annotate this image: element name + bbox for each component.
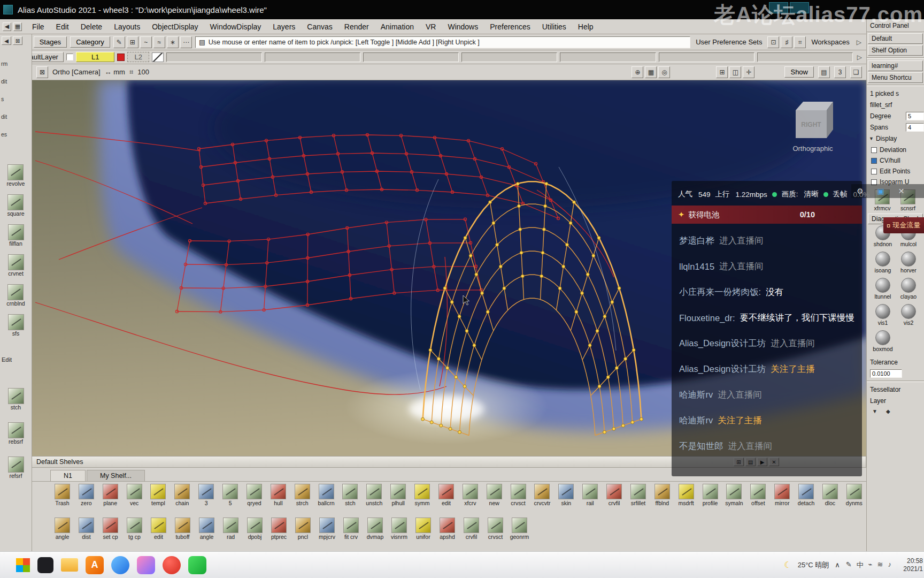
viewport-icon[interactable]: ⊞ <box>716 66 728 78</box>
menubar-icon[interactable]: ▦ <box>13 22 22 31</box>
shelf-tool[interactable]: mirror <box>770 482 794 515</box>
shelf-tool-icon[interactable] <box>151 518 166 533</box>
menu-item[interactable]: ObjectDisplay <box>146 19 204 34</box>
shelf-tool-icon[interactable] <box>271 484 286 499</box>
shelf-tool-icon[interactable] <box>103 518 118 533</box>
prompt-field[interactable]: ▤ Use mouse or enter name of item to pic… <box>195 36 690 48</box>
shelf-tool-icon[interactable] <box>79 484 94 499</box>
shelf-tool-icon[interactable] <box>271 518 287 533</box>
taskbar-app-icon[interactable] <box>188 556 206 574</box>
stages-button[interactable]: Stages <box>34 36 67 48</box>
tray-icon[interactable]: ✎ <box>846 560 852 570</box>
shelf-tool[interactable]: dvmap <box>363 515 387 549</box>
stream-overlay-controls[interactable]: ⚙ ▣ ✕ <box>851 184 924 198</box>
viewport-list-icon[interactable]: ▤ <box>818 66 830 78</box>
taskbar-app-icon[interactable]: A <box>86 556 104 574</box>
taskbar-clock[interactable]: 20:58 2021/1 <box>897 557 923 573</box>
layer-field[interactable] <box>757 52 853 62</box>
shelf-tool[interactable]: fit crv <box>339 515 363 549</box>
checkbox-icon[interactable] <box>871 169 877 174</box>
layer-label[interactable]: Layer <box>867 395 924 406</box>
diagnostic-shade-option[interactable]: horver <box>896 252 921 273</box>
chat-username[interactable]: 哈迪斯rv <box>679 389 713 401</box>
shelf-tool[interactable]: zero <box>74 482 98 515</box>
menu-item[interactable]: Edit <box>50 19 75 34</box>
shelf-tool-icon[interactable] <box>127 484 142 499</box>
toolbar-arrow-icon[interactable]: ▷ <box>855 39 863 46</box>
shade-sphere-icon[interactable] <box>875 330 890 345</box>
shelf-tool-icon[interactable] <box>487 484 502 499</box>
display-checkbox-row[interactable]: Edit Points <box>867 166 924 177</box>
shelf-tool[interactable]: crvsct <box>483 515 507 549</box>
shelf-tool-icon[interactable] <box>343 518 359 533</box>
shelf-tool-icon[interactable] <box>174 484 190 499</box>
shelf-tool[interactable]: srfillet <box>626 482 650 515</box>
viewport-icon[interactable]: ✛ <box>743 66 754 78</box>
shelf-tool[interactable]: rad <box>219 515 243 549</box>
toolbar-icon[interactable]: ≈ <box>153 36 165 48</box>
toolbox-top-icon[interactable]: ⊠ <box>13 36 22 45</box>
layer-field[interactable] <box>166 52 262 62</box>
shelf-tool-icon[interactable] <box>175 518 190 533</box>
shelf-tool-icon[interactable] <box>55 484 70 499</box>
shelf-tool-icon[interactable] <box>679 484 694 499</box>
toolbox-partial-label[interactable]: es <box>0 125 32 143</box>
shelf-tool[interactable]: detach <box>794 482 818 515</box>
shelf-tool[interactable]: xfcrv <box>458 482 482 515</box>
shelf-tool-icon[interactable] <box>319 484 334 499</box>
panel-icon[interactable]: ▣ <box>877 187 884 195</box>
chat-username[interactable]: Flouxetine_dr: <box>679 313 735 323</box>
pane-count-button[interactable]: 3 <box>834 66 846 78</box>
toolbox-tool[interactable]: crvnet <box>8 254 24 277</box>
shelf-tool[interactable]: rail <box>578 482 602 515</box>
shelf-tool-icon[interactable] <box>223 518 238 533</box>
viewport-icon[interactable]: ◎ <box>658 66 670 78</box>
taskbar-app-icon[interactable] <box>111 556 129 574</box>
toolbox-tool[interactable]: refsrf <box>8 457 24 479</box>
menu-item[interactable]: WindowDisplay <box>204 19 267 34</box>
shelf-tool-icon[interactable] <box>582 484 598 499</box>
diagnostic-shade-option[interactable]: clayao <box>896 278 921 300</box>
toolbox-partial-label[interactable]: dit <box>0 108 32 125</box>
toolbox-partial-label[interactable]: s <box>0 90 32 108</box>
shelf-tool-icon[interactable] <box>222 484 238 499</box>
shelf-tool-icon[interactable] <box>558 484 574 499</box>
layer-color-swatch[interactable] <box>117 54 125 61</box>
show-button[interactable]: Show <box>784 66 814 78</box>
tool-icon[interactable] <box>8 254 24 270</box>
toolbar-icon[interactable]: ~ <box>140 36 152 48</box>
shelf-tool[interactable]: tuboff <box>171 515 195 549</box>
panel-footer-icon[interactable]: ▼ <box>872 408 877 414</box>
shelf-tool-icon[interactable] <box>295 484 310 499</box>
layer-field[interactable] <box>265 52 360 62</box>
menu-item[interactable]: Help <box>572 19 599 34</box>
shelf-tool-icon[interactable] <box>391 518 407 533</box>
shelf-tool-icon[interactable] <box>750 484 766 499</box>
shelf-tool[interactable]: dloc <box>818 482 842 515</box>
tool-icon[interactable] <box>7 194 24 210</box>
workspaces[interactable]: Workspaces <box>809 38 851 46</box>
toolbar-right-icon[interactable]: ⊡ <box>767 36 779 48</box>
menu-item[interactable]: Layers <box>267 19 301 34</box>
spans-field[interactable]: 4 <box>906 123 924 132</box>
shelf-tool-icon[interactable] <box>150 484 166 499</box>
shelf-tool[interactable]: qryed <box>242 482 266 515</box>
menu-item[interactable]: VR <box>420 19 442 34</box>
shelf-tool[interactable]: edit <box>147 515 171 549</box>
menu-item[interactable]: Delete <box>75 19 108 34</box>
layer-l2-tab[interactable]: L2 <box>127 52 149 62</box>
shelf-tool-icon[interactable] <box>488 518 503 533</box>
taskbar-app-icon[interactable] <box>16 558 30 572</box>
diagnostic-shade-option[interactable]: ltunnel <box>870 278 896 300</box>
tray-icon[interactable]: 中 <box>857 560 864 570</box>
shelf-tool-icon[interactable] <box>630 484 646 499</box>
shelf-tool[interactable]: dynms <box>842 482 866 515</box>
tool-icon[interactable] <box>8 224 24 240</box>
chat-username[interactable]: llqln1415 <box>679 262 714 272</box>
shelf-tool[interactable]: plhull <box>386 482 410 515</box>
shelf-tool-icon[interactable] <box>438 484 454 499</box>
toolbar-icon[interactable]: ⋯ <box>180 36 192 48</box>
shelf-tool-icon[interactable] <box>390 484 406 499</box>
shelf-tool-icon[interactable] <box>295 518 311 533</box>
shelf-tool[interactable]: offset <box>746 482 770 515</box>
